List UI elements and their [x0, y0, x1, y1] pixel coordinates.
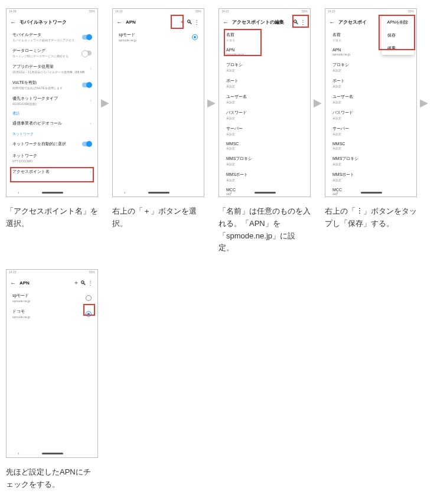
nav-bar: ‹	[6, 188, 97, 197]
setting-app-usage[interactable]: アプリのデータ使用量10月12日～11月11日のモバイルデータ使用量: 158 …	[6, 61, 97, 77]
setting-roaming[interactable]: データローミングローミング時にデータサービスに接続する	[6, 45, 97, 61]
field-mmsc[interactable]: MMSC未設定	[219, 139, 310, 153]
field-port[interactable]: ポート未設定	[325, 75, 416, 91]
status-bar: 14:2350%	[6, 270, 97, 276]
caption-step-2: 右上の「＋」ボタンを選択。	[112, 205, 204, 230]
status-bar: 14:1050%	[113, 9, 204, 15]
field-proxy[interactable]: プロキシ未設定	[325, 59, 416, 75]
field-user[interactable]: ユーザー名未設定	[325, 91, 416, 107]
nav-bar: ‹	[325, 188, 416, 197]
menu-save[interactable]: 保存	[381, 29, 414, 42]
field-mmsproxy[interactable]: MMSプロキシ未設定	[219, 153, 310, 169]
phone-step-5: 14:2350% ← APN ＋ 🔍︎ ⋮ spモードspmode.ne.jp …	[6, 269, 98, 458]
search-icon[interactable]: 🔍︎	[292, 19, 299, 25]
apn-item-spmode[interactable]: spモードspmode.ne.jp	[113, 29, 204, 45]
apn-item-spmode[interactable]: spモードspmode.ne.jp	[6, 290, 97, 306]
field-server[interactable]: サーバー未設定	[219, 123, 310, 139]
field-mmsproxy[interactable]: MMSプロキシ未設定	[325, 153, 416, 169]
back-icon[interactable]: ←	[10, 19, 16, 25]
page-title: APN	[19, 280, 73, 286]
setting-calls[interactable]: 通信事業者のビデオコール ›	[6, 117, 97, 129]
nav-bar: ‹	[6, 449, 97, 457]
add-icon[interactable]: ＋	[73, 279, 80, 287]
phone-step-4: 14:2350% ← アクセスポイ 名前ドコモ APNspmode.ne.jp …	[325, 8, 417, 197]
setting-apn[interactable]: アクセスポイント名 ›	[6, 166, 97, 178]
caption-step-4: 右上の「︙」ボタンをタップし「保存」する。	[325, 205, 417, 230]
status-bar: 14:2350%	[325, 9, 416, 15]
back-icon[interactable]: ←	[329, 19, 335, 25]
field-mmsport[interactable]: MMSポート未設定	[219, 169, 310, 185]
field-pass[interactable]: パスワード未設定	[325, 107, 416, 123]
back-icon[interactable]: ←	[223, 19, 229, 25]
arrow-icon: ▶	[98, 8, 112, 197]
setting-mobile-data[interactable]: モバイルデータモバイルネットワーク経由でデータにアクセス	[6, 29, 97, 45]
chevron-right-icon: ›	[90, 121, 92, 126]
toggle-icon[interactable]	[82, 83, 92, 87]
apn-edit-form: 名前ドコモ APNspmode.ne.jp プロキシ未設定 ポート未設定 ユーザ…	[219, 29, 310, 197]
overflow-menu: APNを削除 保存 破棄	[381, 16, 414, 55]
field-mmsport[interactable]: MMSポート未設定	[325, 169, 416, 185]
nav-bar: ‹	[113, 188, 204, 197]
more-icon[interactable]: ⋮	[299, 19, 306, 25]
menu-discard[interactable]: 破棄	[381, 42, 414, 55]
chevron-right-icon: ›	[90, 66, 92, 71]
radio-icon[interactable]	[86, 311, 92, 317]
section-calls: 通話	[6, 109, 97, 117]
menu-delete[interactable]: APNを削除	[381, 16, 414, 29]
back-icon[interactable]: ←	[116, 19, 122, 25]
page-title: アクセスポイントの編集	[232, 19, 292, 25]
arrow-icon: ▶	[311, 8, 325, 197]
nav-bar: ‹	[219, 188, 310, 197]
caption-step-5: 先ほど設定したAPNにチェックをする。	[6, 466, 98, 491]
title-bar: ← APN ＋ 🔍︎ ⋮	[6, 276, 97, 290]
setting-auto-select[interactable]: ネットワークを自動的に選択	[6, 138, 97, 150]
radio-icon[interactable]	[86, 295, 92, 301]
radio-icon[interactable]	[192, 34, 198, 40]
toggle-icon[interactable]	[82, 51, 92, 55]
field-port[interactable]: ポート未設定	[219, 75, 310, 91]
toggle-icon[interactable]	[82, 142, 92, 146]
chevron-right-icon: ›	[90, 98, 92, 103]
phone-step-3: 14:2350% ← アクセスポイントの編集 🔍︎ ⋮ 名前ドコモ APNspm…	[218, 8, 311, 197]
title-bar: ← アクセスポイントの編集 🔍︎ ⋮	[219, 15, 310, 29]
page-title: APN	[126, 19, 179, 25]
field-mmsc[interactable]: MMSC未設定	[325, 139, 416, 153]
field-user[interactable]: ユーザー名未設定	[219, 91, 310, 107]
title-bar: ← モバイルネットワーク	[6, 15, 97, 29]
chevron-right-icon: ›	[90, 169, 92, 175]
title-bar: ← APN ＋ 🔍︎ ⋮	[113, 15, 204, 29]
setting-network-gray: ネットワークNTT DOCOMO	[6, 150, 97, 166]
field-apn[interactable]: APNspmode.ne.jp	[219, 45, 310, 59]
caption-step-1: 「アクセスポイント名」を選択。	[6, 205, 98, 230]
page-title: モバイルネットワーク	[19, 19, 94, 25]
search-icon[interactable]: 🔍︎	[80, 280, 87, 286]
more-icon[interactable]: ⋮	[87, 280, 94, 286]
toggle-icon[interactable]	[82, 35, 92, 40]
add-icon[interactable]: ＋	[179, 18, 186, 26]
phone-step-2: 14:1050% ← APN ＋ 🔍︎ ⋮ spモードspmode.ne.jp …	[112, 8, 204, 197]
back-icon[interactable]: ←	[10, 280, 16, 286]
apn-item-docomo[interactable]: ドコモspmode.ne.jp	[6, 306, 97, 322]
status-bar: 14:0950%	[6, 9, 97, 15]
status-bar: 14:2350%	[219, 9, 310, 15]
field-pass[interactable]: パスワード未設定	[219, 107, 310, 123]
field-name[interactable]: 名前ドコモ	[219, 29, 310, 45]
field-proxy[interactable]: プロキシ未設定	[219, 59, 310, 75]
field-server[interactable]: サーバー未設定	[325, 123, 416, 139]
caption-step-3: 「名前」は任意のものを入れる。「APN」を「spmode.ne.jp」に設定。	[218, 205, 311, 254]
arrow-icon: ▶	[417, 8, 431, 197]
search-icon[interactable]: 🔍︎	[186, 19, 193, 25]
setting-volte[interactable]: VoLTEを有効利用可能であればVoLTEを使用します	[6, 77, 97, 93]
more-icon[interactable]: ⋮	[193, 19, 200, 25]
arrow-icon: ▶	[204, 8, 218, 197]
section-network: ネットワーク	[6, 129, 97, 138]
setting-net-type[interactable]: 優先ネットワークタイプ4G/3G/GSM(自動) ›	[6, 93, 97, 109]
phone-step-1: 14:0950% ← モバイルネットワーク モバイルデータモバイルネットワーク経…	[6, 8, 98, 197]
